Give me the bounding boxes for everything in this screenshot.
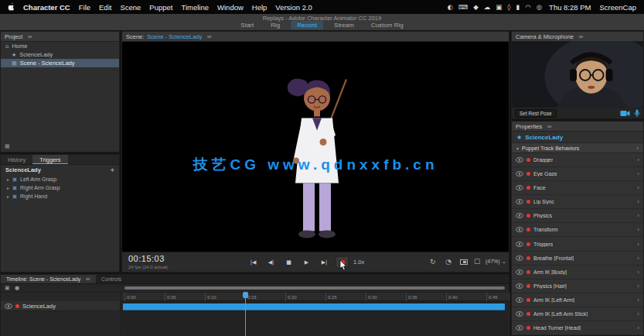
behavior-arrow-icon[interactable]: › — [637, 269, 639, 276]
behavior-arrow-icon[interactable]: › — [637, 241, 639, 248]
trigger-row[interactable]: ▸ Left Arm Grasp — [1, 175, 119, 183]
workspace-tab-custom-rig[interactable]: Custom Rig — [365, 21, 410, 29]
visibility-eye-icon[interactable] — [516, 171, 523, 177]
display-icon[interactable]: ▣ — [496, 3, 502, 11]
record-arm-dot[interactable] — [526, 326, 530, 330]
tab-history[interactable]: History — [1, 155, 32, 164]
workspace-tab-record[interactable]: Record — [291, 21, 323, 29]
panel-menu-icon[interactable]: ≡ — [206, 33, 212, 40]
chevron-down-icon[interactable]: ⌄ — [502, 259, 506, 265]
disclosure-icon[interactable]: ▸ — [7, 177, 9, 182]
menu-timeline[interactable]: Timeline — [181, 3, 209, 12]
behavior-arrow-icon[interactable]: › — [637, 297, 639, 303]
menu-file[interactable]: File — [79, 3, 90, 12]
visibility-eye-icon[interactable] — [516, 242, 523, 247]
behavior-arrow-icon[interactable]: › — [637, 324, 639, 331]
cloud-icon[interactable]: ☁ — [484, 3, 491, 11]
wifi-icon[interactable]: ◠ — [525, 3, 530, 11]
set-rest-pose-button[interactable]: Set Rest Pose — [515, 109, 557, 118]
behavior-arrow-icon[interactable]: › — [637, 184, 639, 191]
microphone-toggle-icon[interactable] — [634, 109, 640, 118]
bluetooth-icon[interactable]: ◊ — [507, 3, 510, 11]
focus-icon[interactable]: ◐ — [448, 3, 453, 11]
visibility-eye-icon[interactable] — [516, 283, 523, 289]
visibility-eye-icon[interactable] — [516, 297, 523, 303]
keyboard-icon[interactable]: ⌨ — [458, 3, 468, 11]
behavior-row[interactable]: Arm IK [Left Arm]› — [512, 293, 643, 307]
behavior-arrow-icon[interactable]: › — [637, 156, 639, 163]
scene-name-dropdown[interactable]: Scene - ScienceLady — [147, 33, 202, 40]
record-arm-dot[interactable] — [526, 172, 530, 176]
tab-triggers[interactable]: Triggers — [32, 155, 67, 164]
loop-icon[interactable]: ↻ — [430, 258, 436, 266]
behavior-row[interactable]: Dragger› — [512, 153, 643, 167]
record-arm-dot[interactable] — [526, 228, 530, 231]
snapshot-icon[interactable] — [460, 259, 468, 265]
timeline-camera-icon[interactable]: ▣ — [5, 285, 10, 291]
tab-controls[interactable]: Controls — [96, 275, 127, 283]
timer-icon[interactable]: ◔ — [445, 258, 451, 266]
timecode[interactable]: 00:15:03 — [128, 254, 165, 263]
behavior-arrow-icon[interactable]: › — [637, 198, 639, 205]
record-arm-dot[interactable] — [526, 298, 530, 302]
behavior-row[interactable]: Head Turner [Head]› — [512, 321, 643, 335]
panel-menu-icon[interactable]: ≡ — [578, 33, 584, 40]
menu-version[interactable]: Version 2.0 — [275, 3, 312, 12]
visibility-eye-icon[interactable] — [516, 269, 523, 275]
scene-viewport[interactable]: 技艺CG www.qdnxxfb.cn — [122, 42, 509, 252]
disclosure-icon[interactable]: ▸ — [7, 194, 9, 199]
workspace-tab-rig[interactable]: Rig — [264, 21, 286, 29]
visibility-eye-icon[interactable] — [516, 227, 523, 232]
next-frame-button[interactable]: ▶| — [318, 256, 331, 268]
tab-timeline-scene[interactable]: Timeline: Scene - ScienceLady ≡ — [1, 275, 96, 283]
behavior-row[interactable]: Physics› — [512, 209, 643, 223]
menu-puppet[interactable]: Puppet — [149, 3, 172, 12]
playback-speed[interactable]: 1.0x — [353, 259, 364, 266]
playhead[interactable] — [245, 293, 246, 336]
trigger-row[interactable]: ▸ Right Arm Grasp — [1, 183, 119, 192]
menubar-clock[interactable]: Thu 8:28 PM — [549, 3, 591, 12]
visibility-eye-icon[interactable] — [516, 157, 523, 163]
timeline-ruler[interactable]: 0:00 0:05 0:10 0:15 0:20 0:25 0:30 0:35 … — [1, 292, 510, 301]
behavior-arrow-icon[interactable]: › — [637, 212, 639, 219]
record-arm-dot[interactable] — [15, 304, 19, 308]
menu-edit[interactable]: Edit — [99, 3, 111, 12]
behavior-row[interactable]: Lip Sync› — [512, 195, 643, 209]
behavior-row[interactable]: Eye Gaze› — [512, 167, 643, 181]
safe-area-checkbox[interactable]: ☐ — [474, 258, 480, 266]
behaviors-menu-icon[interactable]: › — [636, 145, 639, 152]
new-item-icon[interactable]: ▦ — [5, 143, 10, 149]
workspace-tab-start[interactable]: Start — [234, 21, 260, 29]
collapse-icon[interactable]: ▾ — [516, 146, 519, 151]
visibility-eye-icon[interactable] — [516, 311, 523, 317]
dropbox-icon[interactable]: ◆ — [473, 3, 479, 11]
timeline-navigator-scrollbar[interactable] — [124, 286, 505, 290]
behavior-arrow-icon[interactable]: › — [637, 255, 639, 262]
apple-menu-icon[interactable] — [8, 2, 15, 12]
record-arm-dot[interactable] — [526, 158, 530, 162]
selected-puppet-row[interactable]: ★ ScienceLady — [512, 132, 643, 143]
behavior-arrow-icon[interactable]: › — [637, 170, 639, 177]
behavior-row[interactable]: Physics [Hair]› — [512, 279, 643, 293]
visibility-eye-icon[interactable] — [516, 199, 523, 204]
zoom-level-dropdown[interactable]: (47%) — [486, 259, 500, 264]
screencap-menu[interactable]: ScreenCap — [599, 3, 636, 12]
previous-frame-button[interactable]: ◀| — [264, 256, 278, 268]
add-trigger-icon[interactable]: + — [111, 166, 114, 174]
play-button[interactable]: ▶ — [300, 256, 313, 268]
behavior-arrow-icon[interactable]: › — [637, 310, 639, 317]
track-row-sciencelady[interactable]: ScienceLady — [1, 301, 120, 311]
triggers-group-row[interactable]: ScienceLady + — [1, 165, 119, 175]
battery-icon[interactable]: ▮ — [516, 3, 520, 11]
workspace-tab-stream[interactable]: Stream — [328, 21, 360, 29]
stop-button[interactable]: ■ — [282, 256, 295, 268]
record-arm-dot[interactable] — [526, 200, 530, 204]
menu-help[interactable]: Help — [252, 3, 267, 12]
behaviors-section-header[interactable]: ▾ Puppet Track Behaviors › — [512, 143, 643, 153]
disclosure-icon[interactable]: ▸ — [7, 185, 9, 190]
record-arm-dot[interactable] — [526, 214, 530, 218]
app-menu[interactable]: Character CC — [23, 3, 70, 12]
camera-toggle-icon[interactable] — [620, 110, 630, 117]
visibility-eye-icon[interactable] — [5, 303, 12, 309]
record-arm-dot[interactable] — [526, 256, 530, 260]
